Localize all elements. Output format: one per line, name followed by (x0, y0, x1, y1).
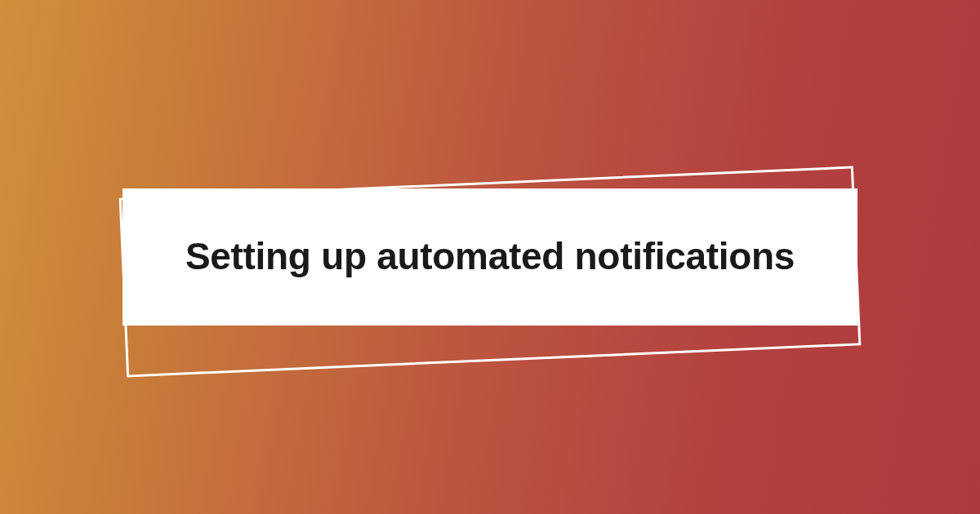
title-card-wrapper: Setting up automated notifications (122, 188, 858, 326)
title-card: Setting up automated notifications (122, 188, 858, 326)
page-title: Setting up automated notifications (172, 233, 808, 281)
